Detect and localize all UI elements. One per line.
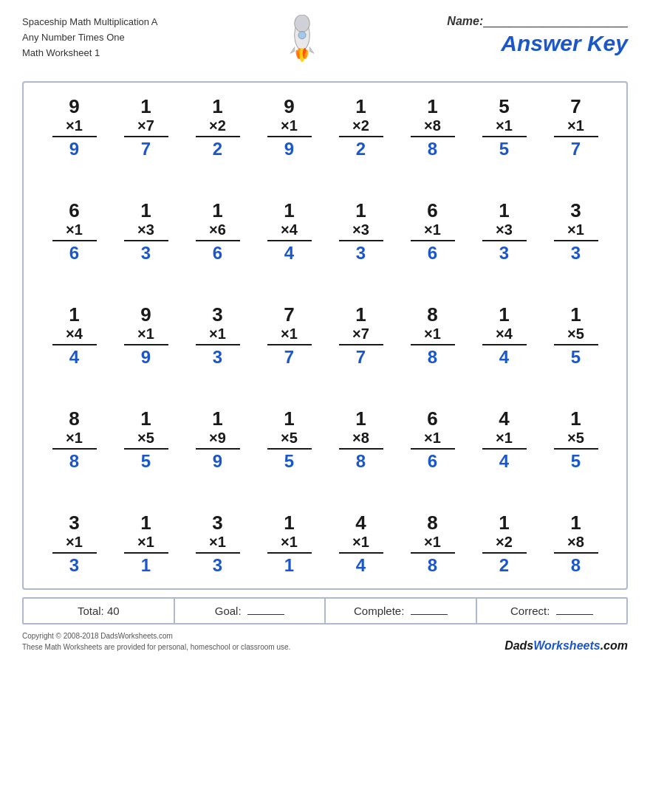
problem-divider xyxy=(196,552,240,554)
problem-divider xyxy=(411,344,455,345)
title-line2: Any Number Times One xyxy=(22,30,158,46)
problem: 1×55 xyxy=(253,402,325,477)
top-number: 4 xyxy=(499,408,509,430)
top-number: 3 xyxy=(69,512,79,534)
copyright-text: Copyright © 2008-2018 DadsWorksheets.com… xyxy=(22,630,290,653)
answer: 4 xyxy=(499,452,509,471)
problem-divider xyxy=(267,136,312,137)
problem-divider xyxy=(554,552,598,554)
multiplier: ×8 xyxy=(400,117,465,134)
problem: 1×88 xyxy=(325,402,397,477)
top-number: 1 xyxy=(284,408,294,430)
problem: 4×14 xyxy=(325,506,397,581)
answer: 7 xyxy=(141,140,151,159)
problem-divider xyxy=(52,448,97,450)
answer: 5 xyxy=(284,452,294,471)
answer: 5 xyxy=(571,348,581,367)
answer: 9 xyxy=(69,140,79,159)
problem-divider xyxy=(267,552,312,554)
multiplier: ×5 xyxy=(113,430,179,446)
multiplier: ×7 xyxy=(113,117,179,134)
problem: 1×44 xyxy=(468,298,540,373)
worksheet-area: 9×191×771×229×191×221×885×157×176×161×33… xyxy=(22,81,628,590)
problem-divider xyxy=(267,240,312,241)
multiplier: ×1 xyxy=(543,221,609,238)
answer: 7 xyxy=(571,140,581,159)
top-number: 1 xyxy=(284,200,294,221)
answer: 3 xyxy=(141,244,151,263)
problem-divider xyxy=(411,448,455,450)
answer: 9 xyxy=(141,348,151,367)
problems-grid: 9×191×771×229×191×221×885×157×176×161×33… xyxy=(38,90,612,581)
multiplier: ×3 xyxy=(113,221,179,238)
answer: 2 xyxy=(213,140,222,159)
header-center xyxy=(258,15,346,74)
answer: 8 xyxy=(571,556,581,575)
multiplier: ×1 xyxy=(113,326,179,342)
top-number: 9 xyxy=(140,304,151,326)
multiplier: ×1 xyxy=(543,117,609,134)
multiplier: ×2 xyxy=(185,117,250,134)
top-number: 1 xyxy=(499,200,509,221)
top-number: 1 xyxy=(212,200,222,221)
problem: 1×22 xyxy=(325,90,397,165)
problem: 1×44 xyxy=(38,298,110,373)
problem: 1×33 xyxy=(110,194,182,269)
multiplier: ×1 xyxy=(41,430,107,446)
name-line: Name:______________________ xyxy=(447,15,628,28)
problem: 1×66 xyxy=(182,194,253,269)
problem: 6×16 xyxy=(397,194,468,269)
multiplier: ×8 xyxy=(328,430,394,446)
page: Spaceship Math Multiplication A Any Numb… xyxy=(0,0,650,812)
multiplier: ×7 xyxy=(328,326,394,342)
answer: 3 xyxy=(213,556,222,575)
problem-divider xyxy=(482,552,527,554)
svg-point-2 xyxy=(298,32,306,39)
answer: 4 xyxy=(284,244,294,263)
problem: 1×44 xyxy=(253,194,325,269)
problem: 8×18 xyxy=(397,506,468,581)
problem: 8×18 xyxy=(38,402,110,477)
answer: 1 xyxy=(284,556,294,575)
problem: 1×22 xyxy=(468,506,540,581)
multiplier: ×1 xyxy=(256,534,322,550)
top-number: 1 xyxy=(499,304,509,326)
problem-divider xyxy=(482,448,527,450)
problem-divider xyxy=(339,344,383,345)
top-number: 4 xyxy=(355,512,366,534)
top-number: 7 xyxy=(570,96,581,117)
top-number: 1 xyxy=(284,512,294,534)
answer: 3 xyxy=(213,348,222,367)
problem: 1×11 xyxy=(253,506,325,581)
answer: 8 xyxy=(356,452,366,471)
top-number: 9 xyxy=(284,96,294,117)
answer: 8 xyxy=(428,556,437,575)
answer: 4 xyxy=(356,556,366,575)
answer-key-label: Answer Key xyxy=(501,31,628,56)
complete-cell: Complete: xyxy=(326,599,477,623)
top-number: 3 xyxy=(570,200,581,221)
problem-divider xyxy=(482,136,527,137)
multiplier: ×2 xyxy=(328,117,394,134)
multiplier: ×1 xyxy=(41,534,107,550)
problem: 6×16 xyxy=(38,194,110,269)
multiplier: ×1 xyxy=(41,221,107,238)
top-number: 1 xyxy=(69,304,79,326)
problem-divider xyxy=(554,448,598,450)
answer: 8 xyxy=(69,452,79,471)
problem: 3×13 xyxy=(38,506,110,581)
problem: 1×88 xyxy=(397,90,468,165)
multiplier: ×4 xyxy=(256,221,322,238)
top-number: 1 xyxy=(355,304,366,326)
top-number: 1 xyxy=(212,408,222,430)
problem: 7×17 xyxy=(253,298,325,373)
problem: 7×17 xyxy=(540,90,612,165)
problem: 9×19 xyxy=(110,298,182,373)
multiplier: ×1 xyxy=(400,221,465,238)
answer: 5 xyxy=(571,452,581,471)
problem: 1×11 xyxy=(110,506,182,581)
problem: 1×99 xyxy=(182,402,253,477)
problem-divider xyxy=(267,344,312,345)
problem: 1×33 xyxy=(468,194,540,269)
multiplier: ×1 xyxy=(185,326,250,342)
